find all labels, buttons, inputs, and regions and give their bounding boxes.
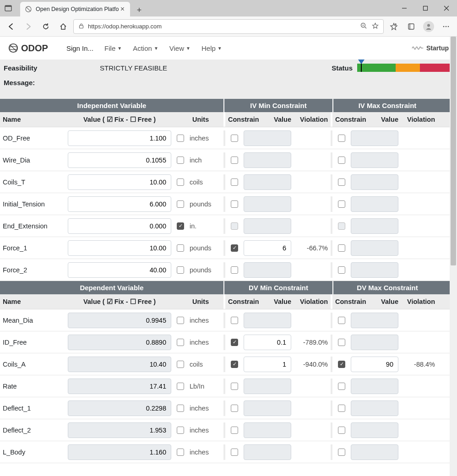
max-value-input[interactable] — [351, 262, 398, 278]
checkbox[interactable] — [177, 178, 184, 186]
min-value-input[interactable] — [244, 313, 291, 328]
value-input[interactable] — [68, 444, 171, 460]
more-button[interactable] — [439, 19, 453, 34]
collections-button[interactable] — [404, 19, 419, 34]
min-value-input[interactable] — [244, 379, 291, 394]
forward-button[interactable] — [21, 19, 36, 34]
checkbox[interactable] — [338, 405, 345, 412]
value-input[interactable] — [68, 357, 171, 372]
checkbox[interactable] — [338, 427, 345, 434]
startup-indicator[interactable]: Startup — [412, 44, 449, 52]
menu-action[interactable]: Action▼ — [128, 42, 163, 55]
window-maximize-button[interactable] — [415, 0, 436, 16]
scrollbar-thumb[interactable] — [451, 37, 456, 265]
min-value-input[interactable] — [244, 400, 291, 416]
max-value-input[interactable] — [351, 422, 398, 438]
favorites-button[interactable] — [386, 19, 401, 34]
zoom-icon[interactable] — [360, 22, 367, 31]
min-value-input[interactable] — [244, 218, 291, 234]
checkbox[interactable] — [231, 266, 238, 274]
min-value-input[interactable] — [244, 335, 291, 350]
max-value-input[interactable] — [351, 174, 398, 190]
max-value-input[interactable] — [351, 152, 398, 168]
max-value-input[interactable] — [351, 335, 398, 350]
max-value-input[interactable] — [351, 313, 398, 328]
checkbox[interactable] — [177, 361, 184, 368]
checkbox[interactable] — [177, 383, 184, 390]
min-value-input[interactable] — [244, 357, 291, 372]
favorite-icon[interactable] — [372, 22, 379, 31]
max-value-input[interactable] — [351, 130, 398, 146]
checkbox[interactable] — [177, 427, 184, 434]
checkbox[interactable] — [231, 361, 238, 368]
min-value-input[interactable] — [244, 422, 291, 438]
checkbox[interactable] — [338, 135, 345, 142]
max-value-input[interactable] — [351, 400, 398, 416]
checkbox[interactable] — [177, 449, 184, 456]
checkbox[interactable] — [231, 339, 238, 346]
min-value-input[interactable] — [244, 240, 291, 256]
checkbox[interactable] — [177, 266, 184, 274]
max-value-input[interactable] — [351, 379, 398, 394]
browser-tab[interactable]: Open Design Optimization Platfo × — [20, 2, 130, 16]
min-value-input[interactable] — [244, 196, 291, 212]
window-minimize-button[interactable] — [394, 0, 415, 16]
checkbox[interactable] — [338, 361, 345, 368]
checkbox[interactable] — [231, 427, 238, 434]
reload-button[interactable] — [38, 19, 53, 34]
menu-view[interactable]: View▼ — [165, 42, 195, 55]
url-bar[interactable]: https://odop.herokuapp.com — [73, 19, 384, 34]
brand[interactable]: ODOP — [8, 43, 48, 54]
checkbox[interactable] — [177, 405, 184, 412]
value-input[interactable] — [68, 196, 171, 212]
value-input[interactable] — [68, 313, 171, 328]
window-close-button[interactable] — [436, 0, 457, 16]
value-input[interactable] — [68, 152, 171, 168]
checkbox[interactable] — [338, 200, 345, 208]
value-input[interactable] — [68, 218, 171, 234]
checkbox[interactable] — [177, 317, 184, 324]
checkbox[interactable] — [338, 178, 345, 186]
menu-signin[interactable]: Sign In... — [62, 42, 98, 55]
checkbox[interactable] — [177, 200, 184, 208]
min-value-input[interactable] — [244, 444, 291, 460]
checkbox[interactable] — [177, 222, 184, 230]
checkbox[interactable] — [231, 178, 238, 186]
value-input[interactable] — [68, 400, 171, 416]
max-value-input[interactable] — [351, 218, 398, 234]
value-input[interactable] — [68, 335, 171, 350]
min-value-input[interactable] — [244, 174, 291, 190]
checkbox[interactable] — [231, 244, 238, 252]
checkbox[interactable] — [231, 449, 238, 456]
max-value-input[interactable] — [351, 240, 398, 256]
new-tab-button[interactable]: + — [133, 4, 146, 16]
checkbox[interactable] — [338, 383, 345, 390]
checkbox[interactable] — [177, 339, 184, 346]
checkbox[interactable] — [231, 157, 238, 164]
value-input[interactable] — [68, 422, 171, 438]
checkbox[interactable] — [177, 157, 184, 164]
checkbox[interactable] — [231, 135, 238, 142]
max-value-input[interactable] — [351, 357, 398, 372]
checkbox[interactable] — [177, 135, 184, 142]
value-input[interactable] — [68, 174, 171, 190]
checkbox[interactable] — [231, 405, 238, 412]
tab-close-icon[interactable]: × — [120, 5, 125, 13]
home-button[interactable] — [56, 19, 71, 34]
checkbox[interactable] — [338, 449, 345, 456]
min-value-input[interactable] — [244, 130, 291, 146]
menu-help[interactable]: Help▼ — [197, 42, 227, 55]
min-value-input[interactable] — [244, 262, 291, 278]
value-input[interactable] — [68, 240, 171, 256]
checkbox[interactable] — [338, 157, 345, 164]
checkbox[interactable] — [338, 339, 345, 346]
back-button[interactable] — [4, 19, 18, 34]
max-value-input[interactable] — [351, 196, 398, 212]
checkbox[interactable] — [231, 200, 238, 208]
min-value-input[interactable] — [244, 152, 291, 168]
value-input[interactable] — [68, 379, 171, 394]
checkbox[interactable] — [338, 266, 345, 274]
checkbox[interactable] — [338, 317, 345, 324]
menu-file[interactable]: File▼ — [100, 42, 126, 55]
checkbox[interactable] — [231, 317, 238, 324]
